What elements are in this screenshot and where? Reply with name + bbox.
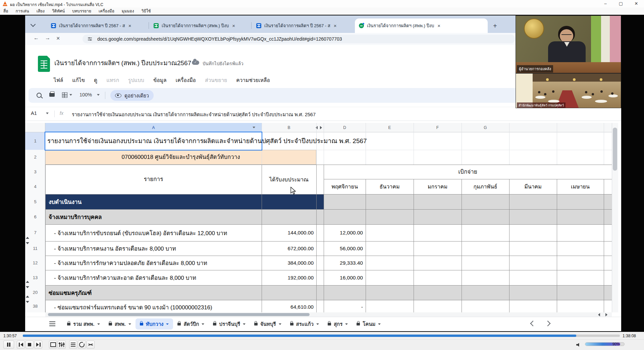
sheets-menu-data[interactable]: ข้อมูล	[153, 76, 167, 84]
sheet-tab-chevron-icon[interactable]	[316, 323, 319, 325]
spreadsheet-grid[interactable]: A B D E F G 1 2 3 4 5 6 7 11 12 13 20 38	[25, 123, 618, 317]
column-header-B[interactable]: B	[262, 123, 316, 132]
sheets-menu-view[interactable]: ดู	[94, 76, 97, 84]
forward-icon[interactable]: →	[45, 35, 50, 41]
column-header-A[interactable]: A	[45, 123, 262, 132]
cell-a38[interactable]: - ซ่อมแซมรถฟาร์มแทรกเตอร์ ขนาด 90 แรงม้า…	[45, 300, 262, 314]
row-number[interactable]: 4	[25, 179, 45, 194]
hidden-rows-down-icon[interactable]	[26, 242, 29, 244]
browser-tab-2[interactable]: เงินรายได้จากการผลิตฯ (สพพ.) ปีงบ ×	[150, 18, 250, 33]
view-only-chip[interactable]: ดูอย่างเดียว	[110, 90, 154, 101]
fullscreen-button[interactable]	[49, 341, 57, 349]
cell-b12[interactable]: 384,000.00	[262, 256, 314, 270]
cell-section-a6[interactable]: จ้างเหมาบริการบุคคล	[45, 209, 262, 224]
close-button[interactable]: ✕	[629, 0, 644, 7]
new-tab-button[interactable]: +	[493, 22, 497, 30]
cell-a7[interactable]: - จ้างเหมาบริการขับรถยนต์ (ขับรถแบคโฮล) …	[45, 224, 262, 241]
grid-corner[interactable]	[25, 123, 45, 132]
cell-d38[interactable]: -	[324, 300, 363, 314]
tab-search-chevron-icon[interactable]	[31, 21, 35, 25]
sheet-tab-ruam-spp[interactable]: รวม สพพ.	[63, 318, 104, 330]
all-sheets-menu-icon[interactable]	[49, 321, 55, 326]
tab-close-icon[interactable]: ×	[437, 23, 440, 29]
shuffle-button[interactable]	[87, 341, 95, 349]
sheet-tab-chanthaburi[interactable]: จันทบุรี	[250, 318, 286, 330]
browser-tab-1[interactable]: เงินรายได้จากการผลิตฯ ปี 2567 - ส ×	[47, 18, 148, 33]
sheet-tab-prachinburi[interactable]: ปราจีนบุรี	[209, 318, 250, 330]
sheet-tab-thapkwang-active[interactable]: ทับกวาง	[136, 318, 173, 330]
cell-d11[interactable]: 56,000.00	[324, 241, 363, 256]
cell-section-a20[interactable]: ซ่อมแซมครุภัณฑ์	[45, 285, 262, 300]
hidden-rows-down-icon[interactable]	[26, 301, 29, 303]
month-header-dec[interactable]: ธันวาคม	[366, 179, 414, 194]
formula-text[interactable]: รายงานการใช้จ่ายเงินนอกงบประมาณ เงินรายไ…	[72, 111, 468, 118]
vlc-menu-view[interactable]: มุมมอง	[122, 8, 134, 14]
zoom-chevron-icon[interactable]	[97, 94, 100, 96]
cell-b13[interactable]: 192,000.00	[262, 270, 314, 285]
name-box[interactable]: A1	[31, 111, 37, 116]
video-canvas[interactable]: เงินรายได้จากการผลิตฯ ปี 2567 - ส × เงิน…	[0, 15, 644, 332]
cell-b38[interactable]: 64,610.00	[262, 300, 314, 314]
cell-section-a5[interactable]: งบดำเนินงาน	[45, 194, 262, 209]
column-A-dropdown-icon[interactable]	[253, 127, 255, 128]
extended-settings-button[interactable]	[58, 341, 66, 349]
table-format-icon[interactable]	[62, 92, 67, 98]
speaker-icon[interactable]	[576, 343, 581, 347]
vlc-menu-video[interactable]: วีดิทัศน์	[52, 8, 65, 14]
sheets-menu-tools[interactable]: เครื่องมือ	[176, 76, 196, 84]
month-header-apr[interactable]: เมษายน	[557, 179, 604, 194]
tab-close-icon[interactable]: ×	[334, 23, 337, 29]
sheets-menu-file[interactable]: ไฟล์	[54, 76, 63, 84]
cell-b11[interactable]: 672,000.00	[262, 241, 314, 256]
row-number[interactable]: 6	[25, 209, 45, 224]
browser-tab-3[interactable]: เงินรายได้จากการผลิตฯ ปี 2567 - ส ×	[252, 18, 353, 33]
row-number[interactable]: 5	[25, 194, 45, 209]
sheet-tab-khonom[interactable]: โคนม	[352, 318, 385, 330]
next-button[interactable]	[34, 341, 42, 349]
row-number[interactable]: 1	[25, 132, 45, 150]
hidden-rows-down-icon[interactable]	[26, 286, 29, 288]
column-header-G[interactable]: G	[462, 123, 509, 132]
sheet-tabs-prev-icon[interactable]	[530, 321, 536, 326]
vlc-menu-media[interactable]: สื่อ	[3, 8, 8, 14]
playlist-button[interactable]	[69, 341, 77, 349]
hidden-column-right-icon[interactable]	[320, 126, 322, 129]
vertical-scrollbar-thumb[interactable]	[613, 128, 617, 171]
seek-bar[interactable]	[23, 335, 620, 337]
row-number[interactable]: 12	[25, 256, 45, 270]
hidden-rows-up-icon[interactable]	[26, 281, 29, 283]
sheet-tab-chevron-icon[interactable]	[279, 323, 281, 325]
sheet-tab-chevron-icon[interactable]	[345, 323, 348, 325]
sheet-tab-spp[interactable]: สพพ.	[104, 318, 136, 330]
month-header-jan[interactable]: มกราคม	[414, 179, 462, 194]
sheet-tab-chevron-icon[interactable]	[128, 323, 131, 325]
zoom-level[interactable]: 100%	[79, 92, 92, 97]
back-icon[interactable]: ←	[34, 35, 39, 41]
maximize-button[interactable]: ▢	[613, 0, 629, 7]
sheets-menu-help[interactable]: ความช่วยเหลือ	[236, 76, 270, 84]
tab-close-icon[interactable]: ×	[128, 23, 131, 29]
month-header-nov[interactable]: พฤศจิกายน	[324, 179, 366, 194]
cell-d7[interactable]: 12,000.00	[324, 224, 363, 241]
previous-button[interactable]	[17, 341, 25, 349]
sheet-tab-chevron-icon[interactable]	[243, 323, 246, 325]
sheet-tab-satpik[interactable]: สัตว์ปีก	[173, 318, 209, 330]
pause-button[interactable]	[3, 341, 14, 349]
tab-close-icon[interactable]: ×	[232, 23, 235, 29]
stop-button[interactable]	[25, 341, 34, 349]
browser-tab-4-active[interactable]: เงินรายได้จากการผลิตฯ (สพพ.) ปีงบ ×	[355, 18, 488, 33]
sheet-tab-chevron-icon[interactable]	[97, 323, 100, 325]
cell-a12[interactable]: - จ้างเหมาบริการรักษาความปลอดภัย อัตราเด…	[45, 256, 262, 270]
cell-a13[interactable]: - จ้างเหมาบริการทำความสะอาด อัตราเดือนละ…	[45, 270, 262, 285]
cell-a11[interactable]: - จ้างเหมาบริการคนงาน อัตราเดือนละ 8,000…	[45, 241, 262, 256]
vlc-menu-tools[interactable]: เครื่องมือ	[99, 8, 114, 14]
sheet-tab-chevron-icon[interactable]	[378, 323, 381, 325]
site-info-icon[interactable]	[88, 37, 92, 41]
search-icon[interactable]	[37, 93, 42, 98]
stop-loading-icon[interactable]: ×	[56, 35, 60, 42]
month-header-mar[interactable]: มีนาคม	[509, 179, 557, 194]
document-title[interactable]: เงินรายได้จากการผลิตฯ (สพพ.) ปีงบประมาณ2…	[54, 58, 191, 68]
hidden-rows-up-icon[interactable]	[26, 237, 29, 239]
cell-d13[interactable]: 16,000.00	[324, 270, 363, 285]
namebox-chevron-icon[interactable]	[46, 113, 49, 114]
